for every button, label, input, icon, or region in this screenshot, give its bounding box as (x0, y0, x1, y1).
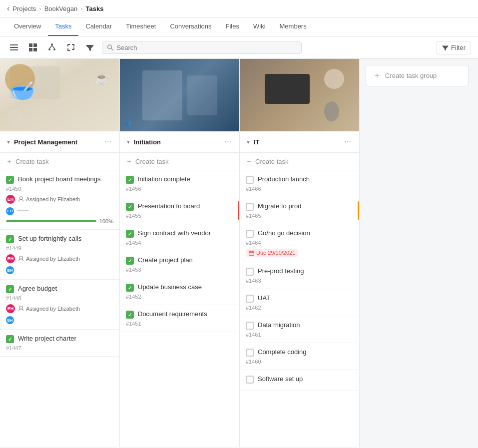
column-header-init: ▼ Initiation ··· (120, 131, 239, 153)
tab-wiki[interactable]: Wiki (246, 17, 273, 36)
checkbox-1466[interactable] (246, 176, 254, 184)
task-meta-1449: EH Assigned by Elizabeth (6, 254, 113, 263)
task-card-1462[interactable]: UAT #1462 (240, 289, 359, 316)
task-id-1455: #1455 (126, 213, 233, 219)
checkbox-1465[interactable] (246, 203, 254, 211)
filter-sort-icon[interactable] (83, 40, 97, 54)
create-task-init[interactable]: ＋ Create task (120, 153, 239, 170)
column-more-pm[interactable]: ··· (103, 136, 113, 147)
filter-button[interactable]: Filter (437, 41, 471, 54)
breadcrumb-bookvegan[interactable]: BookVegan (44, 5, 78, 12)
column-image-init: 👥 (120, 59, 239, 131)
checkbox-1454[interactable] (126, 230, 134, 238)
column-image-it (240, 59, 359, 131)
task-id-1448: #1448 (6, 295, 113, 301)
task-card-1466[interactable]: Production launch #1466 (240, 170, 359, 197)
progress-1450: 100% (6, 218, 113, 224)
checkbox-1460[interactable] (246, 349, 254, 357)
column-more-it[interactable]: ··· (343, 136, 353, 147)
checkbox-1455[interactable] (126, 203, 134, 211)
back-button[interactable]: ‹ (7, 4, 9, 13)
assignee-icon-1448 (18, 306, 24, 312)
checkbox-1456[interactable] (126, 176, 134, 184)
task-card-1455[interactable]: Presentation to board #1455 (120, 197, 239, 224)
create-task-pm[interactable]: ＋ Create task (0, 153, 119, 170)
assignee-text-1450: Assigned by Elizabeth (26, 196, 80, 202)
svg-point-15 (19, 256, 22, 259)
checkbox-1450[interactable] (6, 176, 14, 184)
task-tags-1449: EH (6, 266, 113, 274)
column-title-it: IT (254, 138, 340, 146)
checkbox-1463[interactable] (246, 268, 254, 276)
task-card-1463[interactable]: Pre-prod testing #1463 (240, 262, 359, 289)
task-card-1465[interactable]: Migrate to prod #1465 (240, 197, 359, 224)
tab-tasks[interactable]: Tasks (48, 17, 78, 36)
plus-icon-group: ＋ (373, 70, 381, 81)
task-card-1447[interactable]: Write project charter #1447 (0, 330, 119, 357)
checkbox-1461[interactable] (246, 322, 254, 330)
svg-rect-6 (33, 48, 37, 51)
column-it: ▼ IT ··· ＋ Create task Production launch… (240, 59, 360, 447)
task-id-1447: #1447 (6, 345, 113, 351)
column-more-init[interactable]: ··· (223, 136, 233, 147)
task-card-1459[interactable]: Software set up (240, 370, 359, 391)
task-card-1456[interactable]: Initiation complete #1456 (120, 170, 239, 197)
task-id-1449: #1449 (6, 245, 113, 251)
checkbox-1448[interactable] (6, 285, 14, 293)
svg-point-8 (48, 48, 50, 50)
wave-icon-1450: 〜〜 (17, 207, 29, 215)
checkbox-1462[interactable] (246, 295, 254, 303)
task-title-1464: Go/no go decision (258, 229, 310, 238)
task-card-1461[interactable]: Data migration #1461 (240, 316, 359, 343)
collapse-it-icon[interactable]: ▼ (246, 139, 251, 145)
task-card-1448[interactable]: Agree budget #1448 EH Assigned by Elizab… (0, 280, 119, 330)
grid-icon[interactable] (26, 40, 40, 54)
search-input[interactable] (116, 44, 296, 51)
task-card-1452[interactable]: Update business case #1452 (120, 278, 239, 305)
checkbox-1452[interactable] (126, 284, 134, 292)
expand-icon[interactable] (64, 40, 78, 54)
collapse-pm-icon[interactable]: ▼ (6, 139, 11, 145)
hierarchy-icon[interactable] (45, 40, 59, 54)
checkbox-1447[interactable] (6, 335, 14, 343)
task-meta-1450: EH Assigned by Elizabeth (6, 195, 113, 204)
svg-rect-5 (29, 48, 32, 51)
assignee-text-1449: Assigned by Elizabeth (26, 256, 80, 262)
task-title-1452: Update business case (138, 283, 202, 292)
task-card-1454[interactable]: Sign contract with vendor #1454 (120, 224, 239, 251)
create-task-group-button[interactable]: ＋ Create task group (366, 65, 469, 86)
tab-members[interactable]: Members (273, 17, 314, 36)
task-card-1464[interactable]: Go/no go decision #1464 Due 29/10/2021 (240, 224, 359, 262)
tab-timesheet[interactable]: Timesheet (119, 17, 163, 36)
task-id-1463: #1463 (246, 278, 353, 284)
collapse-init-icon[interactable]: ▼ (126, 139, 131, 145)
task-card-1451[interactable]: Document requirements #1451 (120, 305, 239, 332)
svg-rect-4 (33, 43, 37, 47)
task-card-1453[interactable]: Create project plan #1453 (120, 251, 239, 278)
create-task-it[interactable]: ＋ Create task (240, 153, 359, 170)
search-box[interactable] (102, 41, 302, 54)
checkbox-1464[interactable] (246, 230, 254, 238)
filter-icon (442, 44, 449, 51)
checkbox-1449[interactable] (6, 235, 14, 243)
checkbox-1453[interactable] (126, 257, 134, 265)
create-task-group-area: ＋ Create task group (360, 59, 475, 447)
task-id-1464: #1464 (246, 240, 353, 246)
checkbox-1451[interactable] (126, 311, 134, 319)
task-card-1449[interactable]: Set up fortnightly calls #1449 EH Assign… (0, 230, 119, 280)
plus-icon-it: ＋ (246, 157, 252, 166)
tab-calendar[interactable]: Calendar (78, 17, 119, 36)
calendar-icon-1464 (249, 250, 254, 256)
task-card-1460[interactable]: Complete coding #1460 (240, 343, 359, 370)
checkbox-1459[interactable] (246, 376, 254, 384)
menu-icon[interactable] (7, 40, 21, 54)
task-tags-1450: EH 〜〜 (6, 207, 113, 215)
tab-overview[interactable]: Overview (7, 17, 48, 36)
task-id-1465: #1465 (246, 213, 353, 219)
task-card-1450[interactable]: Book project board meetings #1450 EH Ass… (0, 170, 119, 230)
breadcrumb-projects[interactable]: Projects (12, 5, 36, 12)
tab-files[interactable]: Files (219, 17, 246, 36)
task-id-1466: #1466 (246, 186, 353, 192)
task-id-1452: #1452 (126, 294, 233, 300)
tab-conversations[interactable]: Conversations (163, 17, 218, 36)
